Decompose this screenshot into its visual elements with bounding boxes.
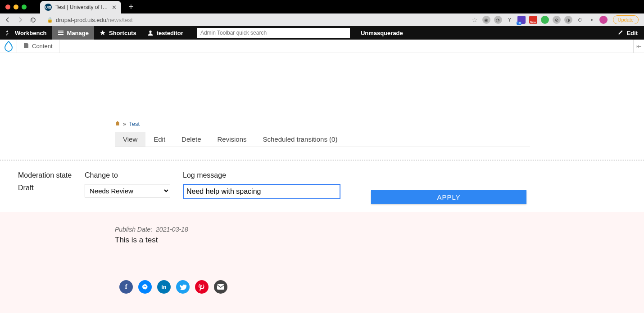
forward-button[interactable] — [16, 16, 24, 23]
manage-link[interactable]: Manage — [52, 26, 94, 40]
email-icon — [217, 284, 224, 290]
badge-count: 18 — [517, 22, 522, 25]
document-icon — [23, 42, 29, 50]
change-to-label: Change to — [85, 171, 170, 179]
log-message-input[interactable] — [183, 184, 340, 199]
svg-rect-2 — [217, 284, 224, 290]
home-icon[interactable] — [115, 121, 120, 127]
linkedin-share-button[interactable]: in — [157, 280, 171, 294]
messenger-share-button[interactable] — [138, 280, 152, 294]
tab-edit[interactable]: Edit — [145, 132, 173, 147]
update-button[interactable]: Update — [613, 15, 639, 24]
drupal-home-link[interactable] — [0, 40, 17, 53]
extension-icon[interactable]: New — [529, 16, 537, 24]
url-path: /news/test — [106, 17, 133, 23]
close-tab-icon[interactable]: ✕ — [112, 4, 117, 11]
browser-tab[interactable]: UIS Test | University of Illinois Spri ✕ — [40, 1, 121, 13]
bookmark-star-icon[interactable]: ☆ — [472, 16, 478, 23]
extension-icon[interactable]: ⏱ — [576, 16, 584, 24]
content-label: Content — [32, 43, 53, 49]
admin-toolbar: Workbench Manage Shortcuts testeditor Un… — [0, 26, 644, 40]
extensions-menu-icon[interactable]: ✦ — [588, 16, 596, 24]
browser-tab-strip: UIS Test | University of Illinois Spri ✕… — [0, 0, 644, 13]
collapse-toolbar-icon[interactable]: ⇤ — [633, 40, 644, 53]
workbench-label: Workbench — [15, 30, 47, 36]
apply-button[interactable]: APPLY — [371, 190, 526, 204]
facebook-icon: f — [125, 283, 127, 291]
drupal-drop-icon — [4, 41, 13, 52]
publish-date: Publish Date: 2021-03-18 — [115, 226, 530, 233]
hamburger-icon — [58, 30, 64, 36]
favicon-icon: UIS — [45, 4, 52, 11]
address-bar[interactable]: 🔒 drupal-prod.uis.edu/news/test — [41, 14, 467, 25]
extension-icon[interactable]: ◉ — [482, 16, 490, 24]
star-icon — [100, 30, 106, 36]
unmasquerade-link[interactable]: Unmasquerade — [355, 26, 408, 40]
user-icon — [147, 30, 154, 36]
extension-icon[interactable]: ◑ — [564, 16, 572, 24]
publish-date-value: 2021-03-18 — [156, 226, 188, 233]
pencil-icon — [618, 29, 624, 36]
moderation-form: Moderation state Draft Change to Needs R… — [0, 161, 644, 212]
new-tab-button[interactable]: + — [128, 2, 134, 12]
pinterest-share-button[interactable] — [195, 280, 209, 294]
url-text: drupal-prod.uis.edu/news/test — [56, 17, 133, 23]
log-message-label: Log message — [183, 171, 340, 179]
facebook-share-button[interactable]: f — [119, 280, 133, 294]
lock-icon: 🔒 — [47, 17, 53, 23]
local-tasks-tabs: View Edit Delete Revisions Scheduled tra… — [115, 132, 530, 147]
workbench-link[interactable]: Workbench — [0, 26, 52, 40]
admin-search-input[interactable] — [197, 28, 350, 38]
breadcrumb-current[interactable]: Test — [129, 121, 140, 127]
linkedin-icon: in — [161, 284, 167, 291]
svg-point-0 — [149, 31, 151, 33]
tab-title: Test | University of Illinois Spri — [55, 4, 109, 10]
extension-icon[interactable]: 18 — [517, 16, 526, 24]
extension-icon[interactable]: ◔ — [494, 16, 502, 24]
close-window-icon[interactable] — [5, 4, 10, 9]
node-content-region: Publish Date: 2021-03-18 This is a test … — [0, 212, 644, 313]
minimize-window-icon[interactable] — [14, 4, 18, 9]
tab-delete[interactable]: Delete — [173, 132, 209, 147]
page-content: » Test View Edit Delete Revisions Schedu… — [0, 53, 644, 313]
url-host: drupal-prod.uis.edu — [56, 17, 106, 23]
edit-label: Edit — [626, 30, 638, 36]
profile-avatar-icon[interactable] — [599, 16, 608, 24]
moderation-state-label: Moderation state — [18, 171, 72, 179]
shortcuts-label: Shortcuts — [109, 30, 136, 36]
browser-toolbar: 🔒 drupal-prod.uis.edu/news/test ☆ ◉ ◔ Y … — [0, 13, 644, 26]
user-label: testeditor — [157, 30, 183, 36]
tab-revisions[interactable]: Revisions — [209, 132, 254, 147]
social-share-row: f in — [119, 280, 530, 294]
manage-label: Manage — [67, 30, 89, 36]
edit-toggle[interactable]: Edit — [612, 29, 644, 36]
back-button[interactable] — [4, 16, 12, 23]
pinterest-icon — [195, 280, 209, 294]
tab-view[interactable]: View — [115, 132, 145, 147]
wrench-icon — [5, 30, 12, 36]
content-link[interactable]: Content — [17, 40, 59, 53]
admin-search — [191, 26, 355, 40]
extension-icon[interactable]: Y — [506, 16, 514, 24]
window-controls — [5, 4, 27, 9]
moderation-state-select[interactable]: Needs Review — [85, 184, 170, 197]
maximize-window-icon[interactable] — [22, 4, 27, 9]
reload-button[interactable] — [29, 17, 37, 23]
extension-icon[interactable]: ⊘ — [553, 16, 561, 24]
messenger-icon — [141, 283, 149, 291]
moderation-state-value: Draft — [18, 184, 72, 192]
extension-icons: ◉ ◔ Y 18 New ⊘ ◑ ⏱ ✦ Update — [482, 15, 639, 24]
user-link[interactable]: testeditor — [142, 26, 189, 40]
shortcuts-link[interactable]: Shortcuts — [94, 26, 142, 40]
unmasquerade-label: Unmasquerade — [361, 30, 403, 36]
extension-icon[interactable] — [541, 16, 549, 24]
twitter-icon — [180, 284, 186, 291]
node-body: This is a test — [115, 236, 530, 245]
email-share-button[interactable] — [214, 280, 227, 294]
tab-scheduled-transitions[interactable]: Scheduled transitions (0) — [255, 132, 346, 147]
badge-label: New — [530, 21, 536, 24]
divider — [93, 270, 553, 270]
twitter-share-button[interactable] — [176, 280, 190, 294]
breadcrumb-separator: » — [123, 121, 126, 127]
breadcrumb: » Test — [115, 121, 644, 127]
